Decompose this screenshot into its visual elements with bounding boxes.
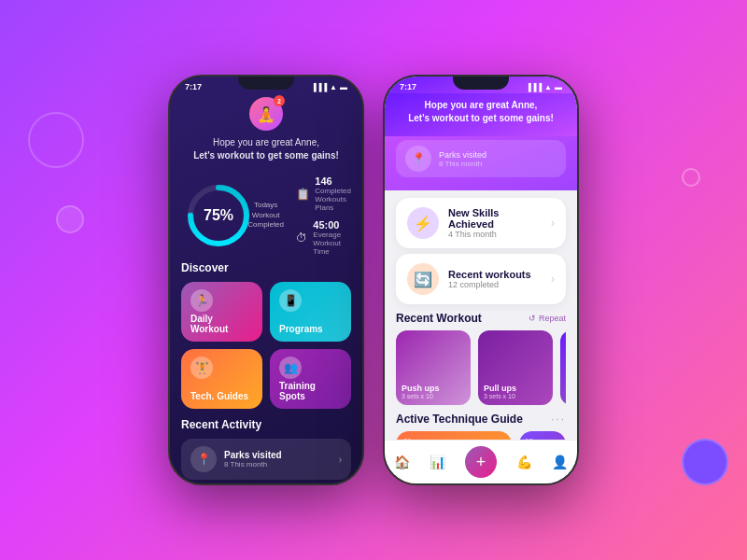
stat-item-1: 📋 146 CompletedWorkouts Plans (296, 175, 351, 212)
recent-activity-section: Recent Activity 📍 Parks visited 8 This m… (181, 418, 351, 480)
phone2-greeting: Hope you are great Anne, Let's workout t… (396, 99, 566, 125)
recent-arrow: › (551, 273, 555, 286)
parks-arrow: › (339, 455, 342, 465)
spots-label: Training Spots (279, 381, 342, 401)
discover-section: Discover 🏃 Daily Workout 📱 Programs 🏋 (181, 261, 351, 409)
stats-column: 📋 146 CompletedWorkouts Plans ⏱ 45:00 Ev… (285, 175, 351, 256)
repeat-icon: ↺ (529, 314, 536, 323)
status-bar-1: 7:17 ▐▐▐ ▲ ▬ (170, 77, 362, 93)
recent-activity-title: Recent Activity (181, 418, 351, 431)
nav-train[interactable]: 💪 (516, 455, 532, 469)
progress-circle: 75% (181, 178, 256, 253)
workout-cards: Push ups 3 sets x 10 Pull ups 3 sets x 1… (396, 330, 566, 405)
skills-sub: 4 This month (448, 230, 542, 239)
repeat-action[interactable]: ↺ Repeat (529, 314, 566, 323)
battery-icon-2: ▬ (555, 83, 562, 91)
activity-card-skills[interactable]: ⚡ New Skills Achieved 4 This month › (396, 198, 566, 248)
discover-card-daily[interactable]: 🏃 Daily Workout (181, 282, 262, 342)
progress-text: 75% (204, 207, 233, 224)
recent-title: Recent workouts (448, 269, 531, 280)
scrolled-card-parks[interactable]: 📍 Parks visited 8 This month (396, 140, 566, 177)
technique-dots: ··· (551, 413, 566, 426)
recent-sub: 12 completed (448, 280, 531, 289)
discover-card-spots[interactable]: 👥 Training Spots (270, 349, 351, 409)
status-time-1: 7:17 (185, 82, 202, 91)
stat-value-1: 146 (315, 175, 351, 187)
profile-icon: 👤 (552, 455, 568, 469)
pushups-sub: 3 sets x 10 (402, 393, 465, 399)
technique-title: Active Technique Guide (396, 413, 523, 426)
discover-title: Discover (181, 261, 351, 274)
workout-card-pushups[interactable]: Push ups 3 sets x 10 (396, 330, 471, 405)
recent-info: Recent workouts 12 completed (448, 269, 531, 289)
activity-card-recent[interactable]: 🔄 Recent workouts 12 completed › (396, 254, 566, 304)
stat-info-2: 45:00 EverageWorkout Time (313, 219, 351, 256)
recent-icon: 🔄 (407, 263, 439, 295)
progress-percent: 75% (204, 207, 233, 224)
scrolled-section: 📍 Parks visited 8 This month (385, 136, 577, 190)
skills-title: New Skills Achieved (448, 207, 542, 230)
wifi-icon: ▲ (330, 83, 337, 91)
discover-card-guides[interactable]: 🏋 Tech. Guides (181, 349, 262, 409)
progress-section: 75% Todays WorkoutCompleted 📋 146 Comple… (181, 170, 351, 261)
home-icon: 🏠 (394, 455, 410, 469)
wifi-icon-2: ▲ (544, 83, 552, 91)
status-icons-1: ▐▐▐ ▲ ▬ (311, 83, 347, 91)
status-time-2: 7:17 (400, 82, 416, 91)
scrolled-parks-info: Parks visited 8 This month (439, 150, 486, 168)
pullups-label: Pull ups (484, 384, 547, 393)
discover-card-programs[interactable]: 📱 Programs (270, 282, 351, 342)
bg-decoration-2 (56, 205, 84, 233)
nav-home[interactable]: 🏠 (394, 455, 410, 469)
add-button[interactable]: + (465, 446, 497, 478)
nav-add[interactable]: + (465, 446, 497, 478)
activity-item-parks[interactable]: 📍 Parks visited 8 This month › (181, 439, 351, 480)
phone1-content: 🧘 2 Hope you are great Anne, Let's worko… (170, 93, 362, 480)
stat-icon-1: 📋 (296, 188, 309, 201)
repeat-label: Repeat (539, 314, 566, 323)
pullups-sub: 3 sets x 10 (484, 393, 547, 399)
phone-2-screen: 7:17 ▐▐▐ ▲ ▬ Hope you are great Anne, Le… (385, 77, 577, 483)
greeting-line1: Hope you are great Anne, (181, 136, 351, 149)
nav-profile[interactable]: 👤 (552, 455, 568, 469)
stat-value-2: 45:00 (313, 219, 351, 231)
avatar-badge: 2 (274, 95, 285, 106)
signal-icon-2: ▐▐▐ (526, 83, 542, 91)
bg-decoration-1 (28, 112, 84, 168)
parks-sub: 8 This month (224, 460, 282, 469)
spots-icon: 👥 (279, 357, 302, 379)
phone-1: 7:17 ▐▐▐ ▲ ▬ 🧘 2 Hope you are great Anne… (168, 75, 364, 485)
parks-info: Parks visited 8 This month (224, 450, 282, 469)
daily-workout-label: Daily Workout (190, 314, 253, 334)
phone-1-screen: 7:17 ▐▐▐ ▲ ▬ 🧘 2 Hope you are great Anne… (170, 77, 362, 483)
discover-grid: 🏃 Daily Workout 📱 Programs 🏋 Tech. Guide… (181, 282, 351, 409)
status-icons-2: ▐▐▐ ▲ ▬ (526, 83, 562, 91)
nav-stats[interactable]: 📊 (430, 455, 445, 469)
recent-workout-header: Recent Workout ↺ Repeat (396, 312, 566, 325)
phone2-header: Hope you are great Anne, Let's workout t… (385, 93, 577, 136)
stat-item-2: ⏱ 45:00 EverageWorkout Time (296, 219, 351, 256)
guides-label: Tech. Guides (190, 391, 248, 401)
recent-workout-title: Recent Workout (396, 312, 482, 325)
scrolled-parks-icon: 📍 (405, 146, 431, 172)
bg-decoration-3 (682, 439, 728, 485)
phone2-greeting-line2: Let's workout to get some gains! (396, 112, 566, 125)
stat-icon-2: ⏱ (296, 231, 307, 245)
stat-info-1: 146 CompletedWorkouts Plans (315, 175, 351, 212)
guides-icon: 🏋 (190, 357, 213, 379)
scrolled-name: Parks visited (439, 150, 486, 160)
bottom-nav: 🏠 📊 + 💪 👤 (385, 440, 577, 483)
workout-card-extra[interactable] (560, 330, 566, 405)
avatar: 🧘 2 (249, 97, 283, 131)
workout-card-pullups[interactable]: Pull ups 3 sets x 10 (478, 330, 553, 405)
skills-icon: ⚡ (407, 207, 439, 239)
parks-icon: 📍 (190, 446, 217, 472)
phone2-greeting-line1: Hope you are great Anne, (396, 99, 566, 112)
avatar-icon: 🧘 (257, 105, 275, 123)
stat-desc-2: EverageWorkout Time (313, 231, 351, 256)
skills-info: New Skills Achieved 4 This month (448, 207, 542, 239)
daily-workout-icon: 🏃 (190, 289, 213, 312)
battery-icon: ▬ (340, 83, 347, 91)
phone1-header: 🧘 2 Hope you are great Anne, Let's worko… (181, 93, 351, 170)
technique-header: Active Technique Guide ··· (396, 413, 566, 426)
